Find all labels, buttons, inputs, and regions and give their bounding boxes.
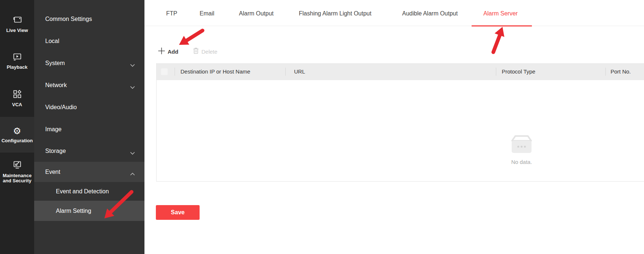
- menu-item-label: Local: [45, 38, 59, 44]
- tab-email[interactable]: Email: [200, 9, 214, 18]
- rail-item-label: Live View: [6, 28, 28, 33]
- no-data-box-icon: [510, 149, 533, 155]
- menu-item-system[interactable]: System: [34, 52, 144, 74]
- column-separator: [175, 68, 175, 76]
- column-header-port-no: Port No.: [611, 63, 631, 80]
- menu-item-local[interactable]: Local: [34, 30, 144, 52]
- save-button[interactable]: Save: [156, 205, 200, 220]
- configuration-gear-icon: ⚙: [13, 126, 21, 136]
- delete-button[interactable]: Delete: [193, 46, 217, 57]
- rail-item-maintenance-security[interactable]: Maintenance and Security: [0, 161, 34, 183]
- column-separator: [496, 68, 496, 76]
- rail-item-live-view[interactable]: Live View: [0, 16, 34, 33]
- vca-grid-icon: [13, 90, 22, 100]
- main-content: FTP Email Alarm Output Flashing Alarm Li…: [144, 0, 644, 254]
- tab-divider: [144, 26, 644, 26]
- table-header: Destination IP or Host Name URL Protocol…: [157, 63, 644, 80]
- menu-item-label: Network: [45, 82, 67, 89]
- menu-item-label: Alarm Setting: [56, 208, 91, 214]
- menu-item-event-and-detection[interactable]: Event and Detection: [34, 182, 144, 201]
- menu-item-label: Storage: [45, 148, 66, 154]
- column-header-protocol-type: Protocol Type: [502, 63, 535, 80]
- menu-item-label: Video/Audio: [45, 104, 77, 111]
- menu-item-network[interactable]: Network: [34, 74, 144, 96]
- rail-item-label: Configuration: [1, 138, 33, 143]
- chevron-down-icon: [130, 62, 135, 68]
- rail-item-label: VCA: [12, 102, 22, 107]
- select-all-checkbox[interactable]: [161, 68, 168, 75]
- menu-item-common-settings[interactable]: Common Settings: [34, 8, 144, 30]
- menu-item-label: Image: [45, 126, 61, 133]
- plus-icon: [158, 47, 165, 56]
- rail-item-label: Playback: [7, 65, 27, 70]
- column-separator: [285, 68, 286, 76]
- no-data-text: No data.: [489, 159, 555, 165]
- menu-item-storage[interactable]: Storage: [34, 140, 144, 162]
- add-button-label: Add: [168, 49, 178, 55]
- delete-button-label: Delete: [201, 49, 217, 55]
- rail-item-label: Maintenance and Security: [1, 173, 34, 183]
- alarm-server-settings-page: Live View Playback VCA: [0, 0, 644, 254]
- menu-item-image[interactable]: Image: [34, 118, 144, 140]
- empty-state: No data.: [489, 135, 555, 165]
- live-view-icon: [12, 16, 22, 26]
- column-separator: [605, 68, 606, 76]
- menu-item-label: Event: [45, 169, 60, 175]
- column-header-url: URL: [294, 63, 305, 80]
- tab-alarm-server[interactable]: Alarm Server: [483, 9, 518, 18]
- chevron-down-icon: [130, 150, 135, 156]
- tab-flashing-alarm-light-output[interactable]: Flashing Alarm Light Output: [299, 9, 371, 18]
- menu-item-label: Event and Detection: [56, 188, 109, 195]
- rail-item-playback[interactable]: Playback: [0, 53, 34, 70]
- nav-rail: Live View Playback VCA: [0, 0, 34, 254]
- active-tab-underline: [472, 25, 532, 26]
- add-button[interactable]: Add: [158, 46, 178, 57]
- trash-icon: [193, 47, 199, 56]
- table-body: No data.: [157, 80, 644, 181]
- rail-item-configuration[interactable]: ⚙ Configuration: [0, 117, 34, 153]
- tab-audible-alarm-output[interactable]: Audible Alarm Output: [402, 9, 458, 18]
- menu-item-label: System: [45, 60, 65, 67]
- menu-item-event[interactable]: Event: [34, 162, 144, 182]
- chevron-down-icon: [130, 84, 135, 90]
- tab-ftp[interactable]: FTP: [166, 9, 177, 18]
- configuration-menu: Common Settings Local System Network Vid…: [34, 0, 144, 254]
- alarm-server-table: Destination IP or Host Name URL Protocol…: [156, 63, 644, 182]
- rail-item-vca[interactable]: VCA: [0, 90, 34, 107]
- playback-icon: [12, 53, 22, 62]
- menu-item-label: Common Settings: [45, 16, 92, 22]
- tab-alarm-output[interactable]: Alarm Output: [239, 9, 273, 18]
- column-header-destination: Destination IP or Host Name: [180, 63, 250, 80]
- menu-item-video-audio[interactable]: Video/Audio: [34, 96, 144, 118]
- menu-item-alarm-setting[interactable]: Alarm Setting: [34, 201, 144, 221]
- maintenance-wrench-icon: [12, 161, 22, 171]
- chevron-up-icon: [130, 171, 135, 177]
